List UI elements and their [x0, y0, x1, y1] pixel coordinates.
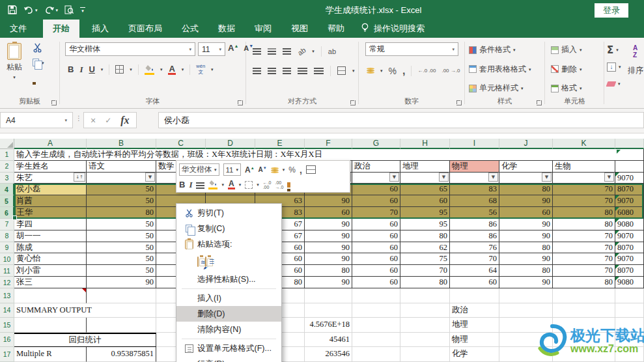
autosum-button[interactable]: Σ▾ — [607, 43, 619, 57]
mini-grow-font-icon[interactable]: A▲ — [245, 165, 255, 174]
cell-B9[interactable]: 50 — [87, 242, 156, 254]
cell-K2[interactable]: 生物 — [553, 161, 615, 173]
borders-dropdown-icon[interactable]: ▾ — [130, 67, 132, 72]
cell-I16[interactable]: 物理 — [450, 333, 499, 347]
italic-button[interactable]: I — [79, 64, 83, 75]
align-center-icon[interactable] — [268, 68, 276, 69]
tab-view[interactable]: 视图 — [281, 20, 318, 38]
cell-I8[interactable]: 86 — [450, 230, 499, 242]
cell-A7[interactable]: 李四 — [14, 219, 87, 230]
cell-F17[interactable]: 263546 — [305, 347, 352, 362]
undo-dropdown-icon[interactable]: ▾ — [35, 8, 38, 12]
cell-G12[interactable]: 60 — [352, 277, 400, 288]
cell-I17[interactable]: 化学 — [450, 347, 499, 362]
cell-H11[interactable]: 70 — [400, 265, 450, 277]
cell-H8[interactable]: 80 — [400, 230, 450, 242]
cell-H12[interactable]: 80 — [400, 277, 450, 288]
cell-J4[interactable]: 80 — [499, 184, 553, 195]
sort-filter-dropdown-A3[interactable]: ↓↑ — [74, 173, 85, 182]
conditional-formatting-button[interactable]: 条件格式▾ — [469, 43, 531, 57]
row-header-5[interactable]: 5 — [0, 195, 14, 207]
row-header-12[interactable]: 12 — [0, 277, 14, 288]
mini-fill-color-icon[interactable] — [208, 180, 217, 189]
cell-J6[interactable]: 60 — [499, 207, 553, 219]
font-size-combo[interactable]: 11▾ — [198, 42, 225, 56]
paste-keep-formatting-button[interactable]: 🖌≋ — [197, 257, 199, 266]
cell-K13[interactable] — [553, 288, 615, 303]
cell-K9[interactable]: 70 — [553, 242, 615, 254]
column-header-F[interactable]: F — [305, 139, 352, 149]
cell-I7[interactable]: 86 — [450, 219, 499, 230]
print-preview-icon[interactable] — [64, 5, 74, 14]
decrease-decimal-icon[interactable]: .00 →.0 — [441, 68, 460, 74]
cell-A10[interactable]: 黄心怡 — [14, 253, 87, 265]
cell-A16[interactable]: 回归统计 — [14, 333, 156, 347]
cell-I11[interactable]: 64 — [450, 265, 499, 277]
insert-cells-button[interactable]: 插入▾ — [551, 43, 582, 57]
orientation-icon[interactable]: ab — [296, 46, 307, 57]
cell-F14[interactable] — [305, 303, 352, 318]
cell-G6[interactable]: 70 — [352, 207, 400, 219]
tab-home[interactable]: 开始 — [43, 20, 79, 38]
align-left-icon[interactable] — [253, 68, 261, 69]
cell-B12[interactable]: 90 — [87, 277, 156, 288]
row-header-8[interactable]: 8 — [0, 230, 14, 242]
mini-font-size-combo[interactable]: 11▾ — [223, 163, 241, 176]
filter-dropdown-K3[interactable]: ▼ — [604, 173, 614, 182]
login-button[interactable]: 登录 — [595, 3, 628, 18]
clear-button[interactable]: ▾ — [607, 77, 621, 90]
tab-help[interactable]: 帮助 — [318, 20, 354, 38]
number-dialog-launcher[interactable] — [456, 100, 462, 105]
underline-button[interactable]: U — [89, 64, 94, 74]
cell-L10[interactable]: 9070 — [615, 253, 644, 265]
cell-I9[interactable]: 76 — [450, 242, 499, 254]
delete-cells-button[interactable]: 删除▾ — [551, 63, 582, 76]
cell-H6[interactable]: 95 — [400, 207, 450, 219]
cell-I6[interactable]: 56 — [450, 207, 499, 219]
paste-values-button[interactable]: ☰ — [205, 257, 206, 266]
row-header-9[interactable]: 9 — [0, 242, 14, 254]
cell-I3[interactable]: ▼ — [450, 173, 499, 184]
cell-H14[interactable] — [400, 303, 450, 318]
phonetic-guide-icon[interactable]: wén文 — [196, 64, 205, 75]
customize-qat-icon[interactable]: ▾ — [80, 7, 85, 13]
cell-H17[interactable] — [400, 347, 450, 362]
row-header-13[interactable]: 13 — [0, 288, 14, 303]
cell-F5[interactable]: 90 — [305, 195, 352, 207]
cell-A11[interactable]: 刘小雷 — [14, 265, 87, 277]
cell-A4[interactable]: 侯小磊 — [14, 184, 87, 195]
cell-F16[interactable]: 45461 — [305, 333, 352, 347]
menu-item-clear-contents[interactable]: 清除内容(N) — [176, 322, 281, 337]
menu-item-delete[interactable]: 删除(D) — [176, 306, 281, 322]
tab-formulas[interactable]: 公式 — [172, 20, 208, 38]
cell-L11[interactable]: 8070 — [615, 265, 644, 277]
cell-A1[interactable]: 输入学生成绩，自动统计学科的平均分等数据，班级：X年X班统计日期：X年X月X日 — [14, 149, 644, 161]
cell-A17[interactable]: Multiple R — [14, 347, 87, 362]
select-all-corner[interactable] — [0, 139, 14, 149]
align-middle-icon[interactable] — [268, 48, 276, 49]
filter-dropdown-J3[interactable]: ▼ — [542, 173, 552, 182]
cell-J10[interactable]: 90 — [499, 253, 553, 265]
cell-K4[interactable]: 70 — [553, 184, 615, 195]
cell-G5[interactable]: 60 — [352, 195, 400, 207]
cell-H2[interactable]: 地理 — [400, 161, 450, 173]
cell-F7[interactable]: 90 — [305, 219, 352, 230]
cell-H4[interactable]: 65 — [400, 184, 450, 195]
underline-dropdown-icon[interactable]: ▾ — [101, 67, 104, 72]
row-header-16[interactable]: 16 — [0, 333, 14, 347]
column-header-L[interactable] — [615, 139, 644, 149]
fill-color-icon[interactable] — [145, 64, 154, 75]
fill-color-dropdown-icon[interactable]: ▾ — [160, 67, 163, 72]
comma-style-icon[interactable]: , — [402, 65, 405, 77]
tab-page-layout[interactable]: 页面布局 — [119, 20, 172, 38]
cell-J12[interactable]: 90 — [499, 277, 553, 288]
formula-bar-splitter[interactable]: ⋮ — [76, 115, 82, 122]
font-dialog-launcher[interactable] — [238, 100, 243, 105]
cell-B14[interactable] — [87, 303, 156, 318]
format-as-table-button[interactable]: 套用表格格式▾ — [469, 63, 531, 76]
grow-font-icon[interactable]: A▲ — [228, 43, 238, 53]
mini-italic-button[interactable]: I — [189, 180, 192, 190]
cell-K14[interactable] — [553, 303, 615, 318]
font-name-combo[interactable]: 华文楷体▾ — [65, 42, 195, 56]
cell-B15[interactable] — [87, 318, 156, 333]
